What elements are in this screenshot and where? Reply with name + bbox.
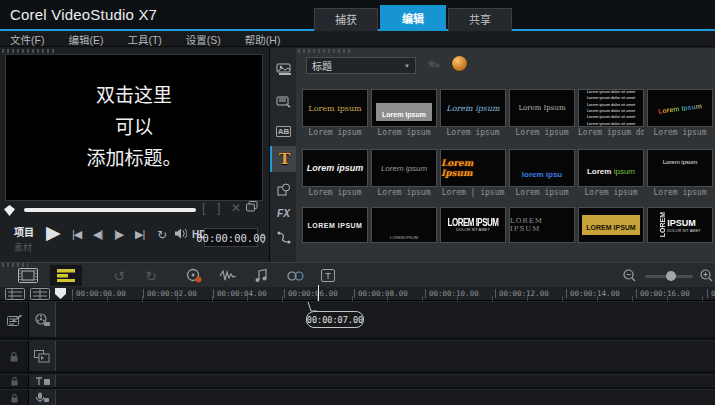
- track-effects-icon[interactable]: [283, 265, 307, 286]
- title-template-thumb[interactable]: Lorem ipsum Lorem ipsum: [647, 149, 713, 197]
- zoom-slider-handle[interactable]: [666, 271, 676, 281]
- instant-project-icon[interactable]: [270, 88, 297, 114]
- title-placeholder-text: 双击这里 可以 添加标题。: [86, 80, 181, 174]
- playhead-tooltip: 00:00:07.00: [306, 311, 364, 328]
- preview-panel: 双击这里 可以 添加标题。 [ ] ✕ 项目 素材 ▶ |◀ ◀| |▶ ▶| …: [0, 48, 268, 262]
- menu-tools[interactable]: 工具(T): [127, 32, 161, 47]
- mark-in-button[interactable]: [: [202, 201, 205, 215]
- title-template-thumb[interactable]: Lorem Ipsum Lorem ipsum: [647, 89, 713, 137]
- track-height-icon[interactable]: [30, 288, 50, 300]
- media-category-icon[interactable]: [270, 56, 297, 82]
- menu-settings[interactable]: 设置(S): [186, 32, 221, 47]
- thumb-caption: Lorem ipsum: [371, 187, 437, 197]
- zoom-in-icon[interactable]: [697, 265, 715, 286]
- graphic-category-icon[interactable]: [270, 176, 297, 202]
- title-template-thumb[interactable]: LOREM IPSUM: [371, 207, 437, 243]
- chapter-marker-flag[interactable]: [55, 288, 66, 299]
- title-template-thumb[interactable]: Lorem ipsum dolor sit amet Lorem ipsum d…: [578, 89, 644, 137]
- title-template-thumb[interactable]: lorem ipsu Lorem ipsum: [509, 149, 575, 197]
- play-button[interactable]: ▶: [46, 223, 61, 242]
- filter-category-icon[interactable]: FX: [270, 200, 297, 226]
- video-track-icon[interactable]: [29, 302, 56, 337]
- timecode-field[interactable]: 00:00:00.00: [204, 228, 258, 247]
- menu-edit[interactable]: 编辑(E): [68, 32, 103, 47]
- overlay-track-icon[interactable]: [29, 341, 56, 371]
- timeline-panel: 00:00:00.00 00:00:02.00 00:00:04.00 00:0…: [0, 287, 715, 405]
- lock-icon[interactable]: [10, 393, 19, 403]
- mode-project-label[interactable]: 项目: [14, 224, 44, 239]
- title-template-thumb[interactable]: LOREM IPSUM: [578, 207, 644, 243]
- timeline-ruler[interactable]: 00:00:00.00 00:00:02.00 00:00:04.00 00:0…: [0, 287, 715, 301]
- playhead[interactable]: [318, 285, 319, 301]
- title-template-thumb[interactable]: Lorem ipsum Lorem ipsum: [371, 89, 437, 137]
- title-template-thumb[interactable]: Lorem ipsum Lorem ipsum: [440, 89, 506, 137]
- lock-icon[interactable]: [10, 376, 19, 386]
- home-button[interactable]: |◀: [72, 228, 81, 241]
- tab-edit[interactable]: 编辑: [380, 5, 446, 31]
- tab-share[interactable]: 共享: [448, 8, 512, 31]
- thumb-caption: Lorem ipsum: [302, 127, 368, 137]
- panel-resize-grip[interactable]: [2, 49, 57, 53]
- panel-resize-grip[interactable]: [298, 49, 353, 53]
- overlay-track-row[interactable]: [0, 340, 715, 371]
- zoom-out-icon[interactable]: [620, 265, 638, 286]
- title-template-thumb[interactable]: Lorem ipsum Lorem ipsum: [302, 149, 368, 197]
- end-button[interactable]: ▶|: [135, 228, 144, 241]
- title-template-thumb[interactable]: Lorem ipsum Lorem ipsum: [302, 89, 368, 137]
- app-window: Corel VideoStudio X7 捕获 编辑 共享 文件(F) 编辑(E…: [0, 0, 715, 405]
- thumb-caption: Lorem ipsum: [371, 127, 437, 137]
- title-template-thumb[interactable]: LOREM IPSUMDOLOR SIT AMET: [647, 207, 713, 243]
- trim-bar[interactable]: [24, 208, 196, 212]
- title-track-icon[interactable]: [29, 375, 56, 387]
- timecode-stepper[interactable]: ▲▼: [259, 228, 267, 247]
- title-template-thumb[interactable]: Lorem ipsum Lorem ipsum: [371, 149, 437, 197]
- lock-icon[interactable]: [9, 351, 19, 362]
- mark-out-button[interactable]: ]: [217, 201, 220, 215]
- undo-icon[interactable]: ↺: [108, 265, 130, 286]
- gallery-options-icon[interactable]: [452, 56, 467, 71]
- transition-category-icon[interactable]: AB: [270, 118, 297, 144]
- title-template-thumb[interactable]: Lorem Ipsum Lorem ipsum: [509, 89, 575, 137]
- voice-track-icon[interactable]: [29, 390, 56, 405]
- thumb-caption: Lorem ipsum: [509, 187, 575, 197]
- timeline-view-button[interactable]: [50, 265, 82, 286]
- record-capture-icon[interactable]: [182, 265, 206, 286]
- storyboard-view-button[interactable]: [12, 265, 44, 286]
- title-template-thumb[interactable]: LOREM IPSUMDOLOR SIT AMET: [440, 207, 506, 243]
- title-track-row[interactable]: [0, 374, 715, 387]
- subtitle-editor-icon[interactable]: T: [316, 265, 340, 286]
- auto-music-icon[interactable]: [250, 265, 274, 286]
- title-template-thumb[interactable]: Lorem ipsum Lorem ipsum: [578, 149, 644, 197]
- track-manager-icon[interactable]: [7, 314, 22, 326]
- title-template-thumb[interactable]: LOREM IPSUM: [302, 207, 368, 243]
- sound-mixer-icon[interactable]: [216, 265, 240, 286]
- thumb-caption: Lorem | ipsum: [440, 187, 506, 197]
- snapshot-icon[interactable]: [246, 201, 258, 212]
- menu-file[interactable]: 文件(F): [10, 32, 44, 47]
- app-title: Corel VideoStudio X7: [10, 6, 157, 23]
- motion-path-category-icon[interactable]: [270, 224, 297, 250]
- repeat-button[interactable]: ↻: [157, 228, 167, 242]
- add-to-favorites-icon[interactable]: ★★: [426, 56, 441, 71]
- show-all-tracks-icon[interactable]: [5, 288, 25, 300]
- mode-clip-label[interactable]: 素材: [14, 241, 44, 254]
- trim-marker-handle[interactable]: [4, 205, 15, 216]
- prev-frame-button[interactable]: ◀|: [93, 228, 102, 241]
- title-template-thumb[interactable]: Lorem Ipsum Lorem | ipsum: [440, 149, 506, 197]
- preview-video-area[interactable]: 双击这里 可以 添加标题。: [5, 54, 263, 201]
- volume-icon[interactable]: [174, 228, 187, 239]
- tab-capture[interactable]: 捕获: [314, 8, 378, 31]
- title-category-icon[interactable]: T: [270, 146, 297, 172]
- menu-help[interactable]: 帮助(H): [245, 32, 281, 47]
- thumb-caption: Lorem ipsum: [578, 187, 644, 197]
- next-frame-button[interactable]: |▶: [114, 228, 123, 241]
- thumb-caption: Lorem ipsum: [647, 187, 713, 197]
- thumb-caption: Lorem ipsum doln...: [578, 127, 644, 137]
- title-template-thumb[interactable]: LOREM IPSUM: [509, 207, 575, 243]
- thumb-caption: Lorem ipsum: [440, 127, 506, 137]
- split-clip-icon[interactable]: ✕: [231, 201, 241, 215]
- gallery-category-dropdown[interactable]: 标题 ▼: [306, 57, 416, 74]
- playback-mode-toggle[interactable]: 项目 素材: [14, 224, 44, 254]
- redo-icon[interactable]: ↻: [140, 265, 162, 286]
- voice-track-row[interactable]: [0, 389, 715, 405]
